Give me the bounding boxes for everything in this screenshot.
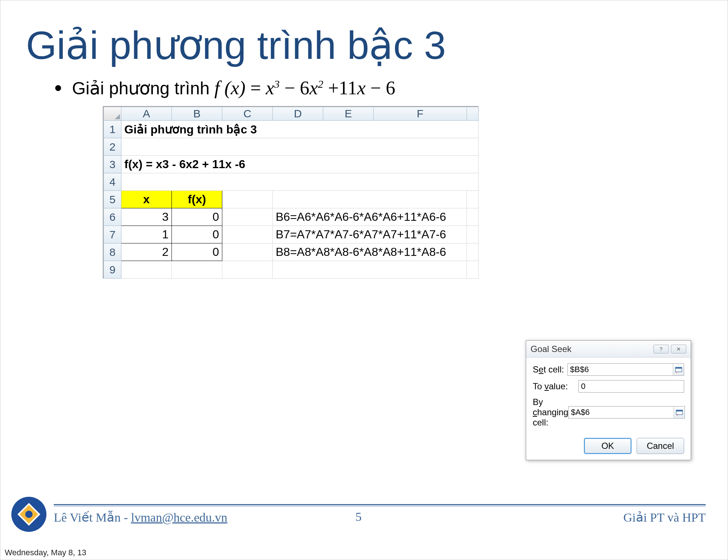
cell-B5-header-fx[interactable]: f(x) [172, 191, 222, 208]
ok-button[interactable]: OK [584, 438, 631, 454]
cell-A6[interactable]: 3 [121, 208, 172, 226]
col-header-C[interactable]: C [222, 107, 273, 121]
footer-email: lvman@hce.edu.vn [131, 511, 227, 524]
cell-B9[interactable] [172, 261, 222, 279]
cell-G7[interactable] [467, 226, 479, 243]
col-header-A[interactable]: A [121, 107, 172, 121]
col-header-E[interactable]: E [323, 107, 374, 121]
select-all-corner[interactable] [104, 107, 121, 121]
cell-A8[interactable]: 2 [121, 243, 172, 261]
cell-D8-formula[interactable]: B8=A8*A8*A8-6*A8*A8+11*A8-6 [273, 243, 467, 261]
col-header-F[interactable]: F [374, 107, 467, 121]
by-changing-label: By changing cell: [533, 397, 568, 428]
by-changing-input-wrap [568, 406, 685, 419]
cell-B8[interactable]: 0 [172, 243, 222, 261]
footer-page-number: 5 [355, 510, 362, 524]
range-picker-icon [676, 409, 683, 416]
col-header-partial[interactable] [467, 107, 479, 121]
to-value-input-wrap [578, 380, 684, 393]
bullet-line: Giải phương trình f (x) = x3 − 6x2 +11x … [55, 77, 702, 99]
cell-A5-header-x[interactable]: x [121, 191, 172, 208]
cell-G5[interactable] [467, 191, 479, 208]
bullet-icon [55, 85, 61, 91]
slide-page: Giải phương trình bậc 3 Giải phương trìn… [0, 0, 728, 560]
set-cell-input-wrap [567, 363, 684, 376]
footer-author: Lê Viết Mẫn - lvman@hce.edu.vn [54, 510, 227, 525]
dialog-title: Goal Seek [531, 344, 572, 354]
row-header-5[interactable]: 5 [104, 191, 121, 208]
footer-topic: Giải PT và HPT [623, 510, 706, 525]
cell-G6[interactable] [467, 208, 479, 226]
close-icon: ✕ [676, 346, 681, 352]
help-icon: ? [660, 346, 663, 352]
set-cell-picker[interactable] [673, 364, 684, 375]
row-header-8[interactable]: 8 [104, 243, 121, 261]
cancel-button-label: Cancel [647, 441, 674, 451]
row-header-7[interactable]: 7 [104, 226, 121, 243]
slide-title: Giải phương trình bậc 3 [26, 22, 702, 68]
cell-D5[interactable] [273, 191, 467, 208]
cell-row2[interactable] [121, 138, 479, 156]
goal-seek-dialog: Goal Seek ? ✕ Set cell: T [526, 340, 691, 460]
cell-G8[interactable] [467, 243, 479, 261]
dialog-titlebar[interactable]: Goal Seek ? ✕ [526, 341, 691, 357]
row-header-6[interactable]: 6 [104, 208, 121, 226]
cell-A7[interactable]: 1 [121, 226, 172, 243]
ok-button-label: OK [601, 441, 614, 451]
cell-C5[interactable] [222, 191, 273, 208]
col-header-B[interactable]: B [172, 107, 222, 121]
svg-rect-1 [675, 367, 682, 369]
cell-C6[interactable] [222, 208, 273, 226]
to-value-input[interactable] [579, 382, 684, 391]
row-header-2[interactable]: 2 [104, 138, 121, 156]
cell-B7[interactable]: 0 [172, 226, 222, 243]
footer-author-name: Lê Viết Mẫn - [54, 511, 131, 524]
cell-D9[interactable] [273, 261, 467, 279]
cell-C8[interactable] [222, 243, 273, 261]
cell-B6[interactable]: 0 [172, 208, 222, 226]
presentation-date: Wednesday, May 8, 13 [5, 548, 86, 557]
slide-body: Giải phương trình bậc 3 Giải phương trìn… [0, 0, 728, 539]
by-changing-input[interactable] [569, 408, 674, 417]
university-logo [11, 497, 46, 532]
cancel-button[interactable]: Cancel [637, 438, 684, 454]
cell-D6-formula[interactable]: B6=A6*A6*A6-6*A6*A6+11*A6-6 [273, 208, 467, 226]
help-button[interactable]: ? [653, 345, 669, 353]
cell-G9[interactable] [467, 261, 479, 279]
bullet-text: Giải phương trình [72, 78, 210, 98]
cell-A1[interactable]: Giải phương trình bậc 3 [121, 121, 479, 138]
by-changing-picker[interactable] [674, 406, 684, 418]
set-cell-input[interactable] [568, 365, 673, 374]
spreadsheet: A B C D E F 1 Giải phương trình bậc 3 2 [103, 106, 479, 279]
cell-C9[interactable] [222, 261, 273, 279]
row-header-3[interactable]: 3 [104, 156, 121, 173]
col-header-D[interactable]: D [273, 107, 323, 121]
cell-A3[interactable]: f(x) = x3 - 6x2 + 11x -6 [121, 156, 479, 173]
equation: f (x) = x3 − 6x2 +11x − 6 [210, 77, 395, 99]
slide-footer: Lê Viết Mẫn - lvman@hce.edu.vn 5 Giải PT… [11, 497, 706, 532]
to-value-label: To value: [533, 381, 578, 391]
row-header-1[interactable]: 1 [104, 121, 121, 138]
cell-row4[interactable] [121, 173, 479, 191]
cell-C7[interactable] [222, 226, 273, 243]
row-header-9[interactable]: 9 [104, 261, 121, 279]
range-picker-icon [675, 366, 682, 373]
cell-D7-formula[interactable]: B7=A7*A7*A7-6*A7*A7+11*A7-6 [273, 226, 467, 243]
row-header-4[interactable]: 4 [104, 173, 121, 191]
svg-rect-3 [676, 410, 683, 412]
logo-diamond-icon [18, 503, 40, 526]
set-cell-label: Set cell: [533, 364, 567, 375]
cell-A9[interactable] [121, 261, 172, 279]
close-button[interactable]: ✕ [671, 345, 686, 353]
